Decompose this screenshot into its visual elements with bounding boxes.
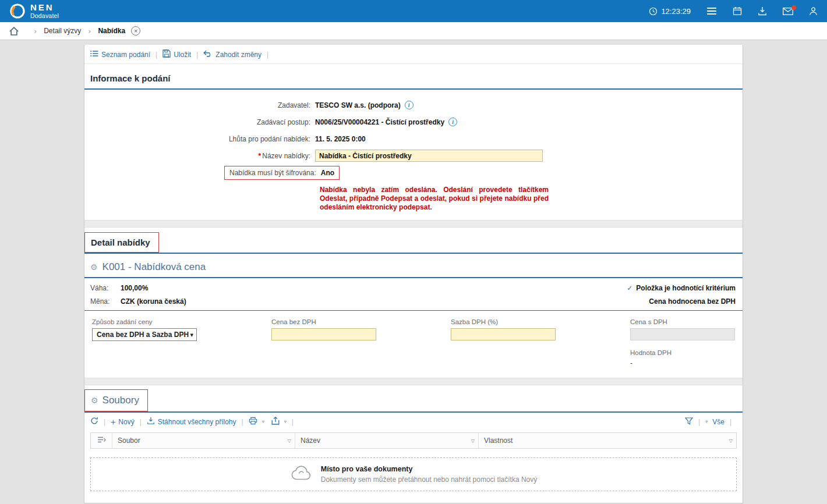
refresh-button[interactable] xyxy=(90,417,98,427)
mail-icon[interactable] xyxy=(783,8,793,15)
section-title-informace: Informace k podání xyxy=(84,64,743,88)
stahnout-prilohy-label: Stáhnout všechny přílohy xyxy=(158,418,236,426)
list-icon xyxy=(90,50,98,59)
seznam-podani-label: Seznam podání xyxy=(101,51,150,59)
form-row-zadavaci-postup: Zadávací postup: N006/25/V00004221 - Čis… xyxy=(84,113,743,130)
dropzone-title: Místo pro vaše dokumenty xyxy=(321,464,538,474)
soubor-column-label: Soubor xyxy=(118,436,140,445)
toolbar-separator: | xyxy=(292,418,294,426)
zadavaci-postup-label: Zadávací postup: xyxy=(84,118,315,126)
chevron-down-icon: ▾ xyxy=(190,331,193,339)
chevron-down-icon: ▿ xyxy=(262,419,264,424)
zpusob-zadani-label: Způsob zadání ceny xyxy=(92,318,197,325)
files-toolbar-right: | ▿ Vše | xyxy=(685,417,737,427)
filter-button[interactable] xyxy=(685,417,693,427)
sazba-dph-field: Sazba DPH (%) xyxy=(451,318,556,367)
printer-icon xyxy=(249,417,257,427)
files-table-header: Soubor ▽ Název ▽ Vlastnost ▽ xyxy=(90,432,737,449)
info-icon[interactable]: i xyxy=(448,118,457,126)
download-icon[interactable] xyxy=(758,6,767,16)
brand: NEN Dodavatel xyxy=(30,3,59,19)
required-asterisk: * xyxy=(259,152,261,160)
cloud-upload-icon xyxy=(290,465,312,484)
cena-bez-dph-field: Cena bez DPH xyxy=(271,318,376,367)
filter-caret-icon[interactable]: ▽ xyxy=(726,438,733,443)
soubory-annotation-box: ⚙ Soubory xyxy=(84,389,148,411)
filter-icon xyxy=(685,417,693,427)
column-settings-button[interactable] xyxy=(91,433,112,448)
zahodit-zmeny-button[interactable]: Zahodit změny xyxy=(203,50,261,59)
close-tab-icon[interactable]: × xyxy=(131,26,140,36)
chevron-down-icon: ▿ xyxy=(284,419,287,424)
vaha-label: Váha: xyxy=(90,284,121,292)
column-header-soubor[interactable]: Soubor ▽ xyxy=(112,433,295,448)
column-settings-icon xyxy=(97,436,106,445)
sifrovana-label: Nabídka musí být šifrována: xyxy=(229,169,316,177)
cena-s-dph-field: Cena s DPH Hodnota DPH - xyxy=(630,318,735,367)
form-row-zadavatel: Zadavatel: TESCO SW a.s. (podpora) i xyxy=(84,97,743,113)
sifrovana-value: Ano xyxy=(321,169,334,177)
cena-s-dph-input xyxy=(630,328,735,340)
soubory-head: ⚙ Soubory xyxy=(84,385,743,411)
home-icon[interactable] xyxy=(9,27,19,36)
export-button[interactable]: ▿ xyxy=(271,417,287,427)
nen-logo-icon[interactable] xyxy=(9,3,26,19)
lhuta-value: 11. 5. 2025 0:00 xyxy=(315,135,366,143)
check-icon: ✓ xyxy=(627,284,632,292)
stahnout-prilohy-button[interactable]: Stáhnout všechny přílohy xyxy=(147,417,236,427)
vse-dropdown[interactable]: ▿ Vše xyxy=(705,418,724,426)
calendar-icon[interactable] xyxy=(733,6,742,16)
column-header-nazev[interactable]: Název ▽ xyxy=(295,433,479,448)
seznam-podani-button[interactable]: Seznam podání xyxy=(90,50,150,59)
refresh-icon xyxy=(90,417,98,427)
form-row-sifrovana: Nabídka musí být šifrována: Ano xyxy=(84,166,743,180)
top-bar: NEN Dodavatel 12:23:29 xyxy=(0,0,827,22)
column-header-vlastnost[interactable]: Vlastnost ▽ xyxy=(479,433,736,448)
ulozit-button[interactable]: Uložit xyxy=(162,49,191,59)
hodnota-dph-label: Hodnota DPH xyxy=(630,349,735,356)
section-divider xyxy=(84,378,743,385)
clock-icon xyxy=(649,7,658,16)
page-content: Seznam podání | Uložit | Zahodit změny |… xyxy=(0,40,827,504)
vlastnost-column-label: Vlastnost xyxy=(484,436,513,445)
detail-nabidky-annotation-box: Detail nabídky xyxy=(84,232,159,253)
nazev-nabidky-label: *Název nabídky: xyxy=(84,152,315,160)
toolbar-separator: | xyxy=(730,418,731,426)
zpusob-zadani-field: Způsob zadání ceny Cena bez DPH a Sazba … xyxy=(92,318,197,367)
cena-bez-dph-input[interactable] xyxy=(271,328,376,340)
breadcrumb-detail-vyzvy[interactable]: Detail výzvy xyxy=(44,27,81,35)
sazba-dph-input[interactable] xyxy=(451,328,556,340)
novy-button[interactable]: + Nový xyxy=(111,417,135,427)
vse-label: Vše xyxy=(712,418,724,426)
novy-label: Nový xyxy=(118,418,134,426)
info-icon[interactable]: i xyxy=(405,101,414,109)
toolbar-separator: | xyxy=(140,418,142,426)
menu-icon[interactable] xyxy=(706,7,717,15)
breadcrumb-separator-icon: › xyxy=(88,27,91,36)
filter-caret-icon[interactable]: ▽ xyxy=(468,438,475,443)
lhuta-label: Lhůta pro podání nabídek: xyxy=(84,135,315,143)
toolbar-separator: | xyxy=(698,418,700,426)
zpusob-zadani-select[interactable]: Cena bez DPH a Sazba DPH ▾ xyxy=(92,328,197,341)
zadavatel-label: Zadavatel: xyxy=(84,101,315,109)
print-button[interactable]: ▿ xyxy=(249,417,264,427)
filter-caret-icon[interactable]: ▽ xyxy=(284,438,291,443)
not-sent-warning: Nabídka nebyla zatím odeslána. Odeslání … xyxy=(320,186,549,212)
zadavaci-postup-value: N006/25/V00004221 - Čistící prostředky xyxy=(315,118,444,126)
price-fields: Způsob zadání ceny Cena bez DPH a Sazba … xyxy=(84,311,743,378)
chevron-down-icon: ▿ xyxy=(705,419,708,424)
user-icon[interactable] xyxy=(809,6,818,16)
export-icon xyxy=(271,417,280,427)
toolbar-separator: | xyxy=(242,418,243,426)
session-clock: 12:23:29 xyxy=(649,7,691,16)
breadcrumb: › Detail výzvy › Nabídka × xyxy=(0,22,827,40)
documents-dropzone[interactable]: Místo pro vaše dokumenty Dokumenty sem m… xyxy=(90,457,737,491)
gear-icon: ⚙ xyxy=(91,396,98,405)
main-card: Seznam podání | Uložit | Zahodit změny |… xyxy=(84,45,743,503)
nazev-nabidky-input[interactable] xyxy=(315,150,543,162)
cena-s-dph-label: Cena s DPH xyxy=(630,318,735,325)
record-toolbar: Seznam podání | Uložit | Zahodit změny | xyxy=(84,45,743,64)
toolbar-separator: | xyxy=(267,51,268,59)
zpusob-zadani-value: Cena bez DPH a Sazba DPH xyxy=(97,331,189,339)
toolbar-separator: | xyxy=(196,51,198,59)
